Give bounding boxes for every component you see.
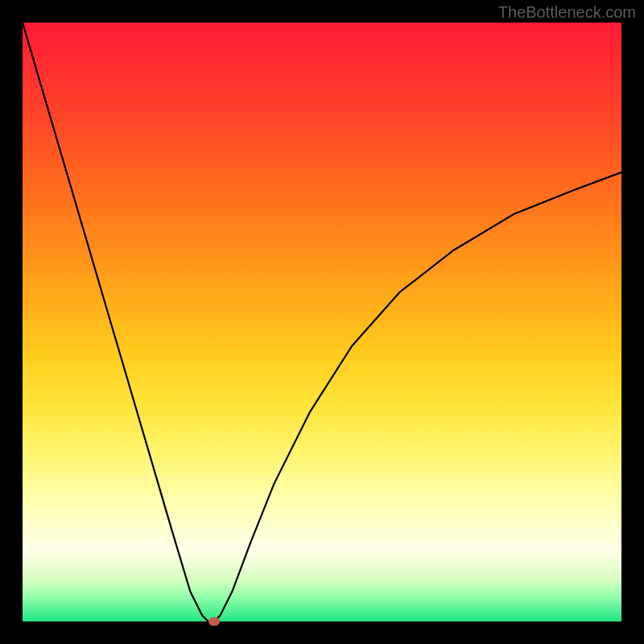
chart-frame: TheBottleneck.com [0,0,644,644]
minimum-marker [208,617,220,626]
bottleneck-curve [23,23,621,621]
watermark-text: TheBottleneck.com [498,3,636,22]
plot-area [23,23,621,621]
curve-layer [23,23,621,621]
